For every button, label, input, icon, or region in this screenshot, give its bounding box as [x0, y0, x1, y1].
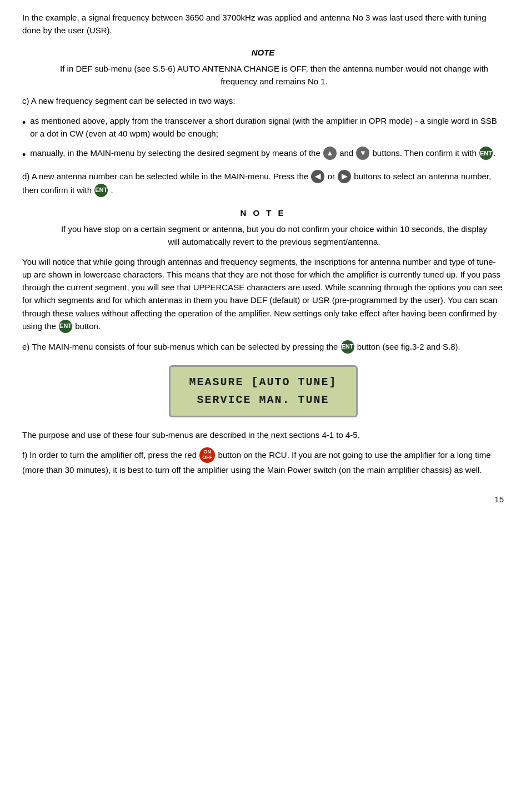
note1-title: NOTE [22, 46, 504, 59]
section-d-part1: d) A new antenna number can be selected … [22, 172, 308, 181]
bullet2-part1: manually, in the MAIN-menu by selecting … [30, 148, 320, 158]
main-para-text: You will notice that while going through… [22, 257, 503, 331]
main-paragraph: You will notice that while going through… [22, 255, 504, 334]
section-e-part1: e) The MAIN-menu consists of four sub-me… [22, 342, 338, 351]
bullet2-dot: • [22, 148, 26, 163]
intro-paragraph: In the example, a signal frequency betwe… [22, 11, 504, 37]
section-d-part2: or [328, 172, 335, 181]
ent-button-icon-1: ENT [479, 147, 493, 160]
intro-text: In the example, a signal frequency betwe… [22, 13, 487, 35]
section-e: e) The MAIN-menu consists of four sub-me… [22, 340, 504, 354]
ent-button-icon-2: ENT [94, 184, 108, 197]
note2-block: N O T E If you have stop on a certain se… [22, 206, 504, 249]
purpose-paragraph: The purpose and use of these four sub-me… [22, 428, 504, 441]
bullet2-part3: buttons. Then confirm it with [373, 148, 477, 158]
bullet1-dot: • [22, 115, 26, 131]
page-number: 15 [22, 493, 504, 506]
bullet2-and: and [339, 148, 353, 158]
lcd-line1: MEASURE [AUTO TUNE] [182, 374, 345, 391]
up-button-icon: ▲ [323, 147, 337, 160]
section-c-text: c) A new frequency segment can be select… [22, 96, 236, 105]
note2-title: N O T E [22, 206, 504, 219]
main-para-end: button. [75, 321, 101, 331]
section-d-part4: . [111, 185, 113, 195]
down-button-icon: ▼ [356, 147, 369, 160]
section-f-part1: f) In order to turn the amplifier off, p… [22, 450, 197, 460]
note1-content: If in DEF sub-menu (see S.5-6) AUTO ANTE… [56, 62, 493, 88]
bullet1-item: • as mentioned above, apply from the tra… [22, 114, 504, 140]
section-e-part2: button (see fig.3-2 and S.8). [357, 342, 460, 351]
right-button-icon: ▶ [338, 170, 351, 183]
on-off-button-icon: ONOFF [199, 447, 215, 463]
section-f: f) In order to turn the amplifier off, p… [22, 448, 504, 476]
lcd-line2: SERVICE MAN. TUNE [182, 391, 345, 409]
note1-block: NOTE If in DEF sub-menu (see S.5-6) AUTO… [22, 46, 504, 88]
section-c: c) A new frequency segment can be select… [22, 94, 504, 107]
bullet2-text: manually, in the MAIN-menu by selecting … [30, 147, 504, 160]
note2-content: If you have stop on a certain segment or… [56, 223, 493, 249]
section-d: d) A new antenna number can be selected … [22, 170, 504, 198]
purpose-text: The purpose and use of these four sub-me… [22, 430, 360, 440]
bullet2-item: • manually, in the MAIN-menu by selectin… [22, 147, 504, 163]
bullet1-text: as mentioned above, apply from the trans… [30, 114, 504, 140]
lcd-display: MEASURE [AUTO TUNE] SERVICE MAN. TUNE [169, 365, 358, 417]
note1-text: If in DEF sub-menu (see S.5-6) AUTO ANTE… [60, 64, 488, 86]
page-content: In the example, a signal frequency betwe… [22, 11, 504, 477]
ent-button-icon-4: ENT [341, 340, 354, 354]
bullet2-part4: . [493, 148, 495, 158]
ent-button-icon-3: ENT [59, 320, 72, 333]
on-off-text: ONOFF [202, 450, 212, 461]
left-button-icon: ◀ [311, 170, 324, 183]
note2-text: If you have stop on a certain segment or… [61, 224, 487, 246]
